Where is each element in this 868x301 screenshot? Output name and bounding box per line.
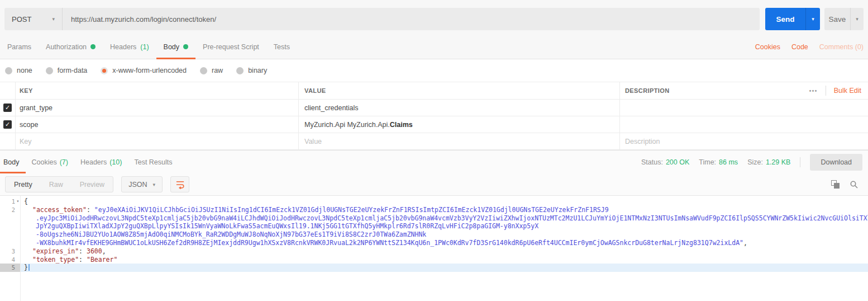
cookies-link[interactable]: Cookies	[755, 43, 780, 51]
method-dropdown[interactable]: POST ▾	[4, 8, 63, 30]
json-string-value: .eyJpc3MiOiJodHRwczovL3NpdC5teXp1cmljaC5…	[36, 214, 868, 222]
value-text-bold: Claims	[390, 121, 413, 129]
mode-x-www-form-urlencoded[interactable]: x-www-form-urlencoded	[101, 67, 187, 74]
json-comma: ,	[102, 247, 106, 255]
tab-headers[interactable]: Headers (1)	[103, 35, 156, 59]
key-column-header: KEY	[16, 82, 299, 99]
mode-binary[interactable]: binary	[236, 67, 267, 74]
mode-raw[interactable]: raw	[200, 67, 223, 74]
response-tab-test-results[interactable]: Test Results	[128, 150, 178, 173]
test-results-label: Test Results	[134, 158, 172, 166]
response-tab-body[interactable]: Body	[0, 150, 26, 173]
response-tab-headers[interactable]: Headers (10)	[74, 150, 128, 173]
key-text: grant_type	[20, 104, 53, 112]
code-line: 1 ▾ {	[0, 197, 868, 206]
viewer-icons	[831, 180, 863, 189]
language-dropdown[interactable]: JSON ▾	[121, 176, 163, 192]
radio-selected-icon[interactable]	[101, 67, 108, 74]
divider	[800, 157, 800, 167]
json-separator: :	[79, 247, 87, 255]
json-string-value: "eyJ0eXAiOiJKV1QiLCJhbGciOiJSUzI1NiIsIng…	[94, 206, 609, 214]
mode-urlencoded-label: x-www-form-urlencoded	[112, 67, 187, 74]
save-button[interactable]: Save ▾	[824, 8, 864, 30]
check-icon: ✓	[5, 121, 10, 128]
description-cell[interactable]: Description	[620, 133, 868, 149]
wrap-lines-button[interactable]	[170, 176, 189, 192]
key-cell[interactable]: Key	[16, 133, 299, 149]
pretty-button[interactable]: Pretty	[6, 177, 41, 192]
download-button[interactable]: Download	[810, 154, 862, 171]
collapse-icon[interactable]: ▾	[15, 197, 21, 206]
key-placeholder: Key	[20, 138, 32, 145]
postman-app: POST ▾ https://uat.myzurich.com/login/co…	[0, 0, 868, 301]
cookies-count-badge: (7)	[60, 158, 68, 166]
code-line-wrap: -8oUgszhe6NiJBU2YUo1AOW8Z85mjAdO0qiNMCMo…	[0, 231, 868, 239]
tab-authorization[interactable]: Authorization	[39, 35, 103, 59]
copy-icon[interactable]	[831, 180, 840, 189]
mode-raw-label: raw	[212, 67, 223, 74]
chevron-down-icon: ▾	[812, 16, 814, 22]
code-link[interactable]: Code	[791, 43, 808, 51]
more-options-icon[interactable]: •••	[809, 88, 818, 94]
tab-headers-label: Headers	[110, 43, 136, 51]
save-options-caret[interactable]: ▾	[850, 8, 864, 30]
json-separator: :	[79, 256, 87, 264]
key-cell[interactable]: scope	[16, 116, 299, 133]
json-key: "access_token"	[32, 206, 87, 214]
bulk-edit-link[interactable]: Bulk Edit	[834, 87, 861, 95]
comments-link[interactable]: Comments (0)	[819, 43, 864, 51]
response-tab-cookies[interactable]: Cookies (7)	[26, 150, 74, 173]
size-value: 1.29 KB	[766, 158, 790, 166]
value-cell[interactable]: Value	[299, 133, 620, 149]
radio-icon[interactable]	[5, 67, 12, 74]
send-options-caret[interactable]: ▾	[805, 8, 820, 30]
table-actions: ••• Bulk Edit	[809, 86, 868, 96]
radio-icon[interactable]	[46, 67, 53, 74]
description-column-header: DESCRIPTION ••• Bulk Edit	[620, 82, 868, 99]
search-icon[interactable]	[850, 180, 859, 189]
request-tabs: Params Authorization Headers (1) Body Pr…	[0, 35, 868, 59]
value-cell[interactable]: client_credentials	[299, 100, 620, 116]
tab-params-label: Params	[7, 43, 31, 51]
tab-body[interactable]: Body	[156, 35, 196, 59]
urlencoded-table: KEY VALUE DESCRIPTION ••• Bulk Edit ✓ gr…	[0, 82, 868, 150]
json-comma: ,	[743, 239, 747, 247]
mode-none[interactable]: none	[5, 67, 32, 74]
response-json-viewer[interactable]: 1 ▾ { 2 "access_token": "eyJ0eXAiOiJKV1Q…	[0, 196, 868, 301]
description-cell[interactable]	[620, 116, 868, 133]
status-badge: Status: 200 OK	[641, 158, 689, 166]
response-bar: Body Cookies (7) Headers (10) Test Resul…	[0, 150, 868, 173]
description-header-label: DESCRIPTION	[625, 87, 670, 94]
mode-form-data[interactable]: form-data	[46, 67, 88, 74]
tab-params[interactable]: Params	[0, 35, 39, 59]
radio-icon[interactable]	[200, 67, 207, 74]
preview-button[interactable]: Preview	[71, 177, 113, 192]
time-label: Time:	[699, 158, 716, 166]
divider	[826, 86, 826, 96]
url-input[interactable]: https://uat.myzurich.com/login/connect/t…	[63, 8, 760, 30]
row-checkbox[interactable]: ✓	[3, 104, 12, 112]
json-key: "token_type"	[32, 256, 79, 264]
json-string-value: -WX8buhkMIr4vfEKHE9GHmBWUC1oLkUSH6Zef2dR…	[36, 239, 743, 247]
url-text: https://uat.myzurich.com/login/connect/t…	[71, 15, 216, 23]
row-checkbox[interactable]: ✓	[3, 120, 12, 129]
key-text: scope	[20, 121, 38, 129]
table-row: ✓ grant_type client_credentials	[0, 100, 868, 116]
radio-icon[interactable]	[236, 67, 244, 74]
tab-tests-label: Tests	[274, 43, 290, 51]
value-placeholder: Value	[304, 138, 322, 145]
value-cell[interactable]: MyZurich.Api MyZurich.Api.Claims	[299, 116, 620, 133]
raw-button[interactable]: Raw	[41, 177, 71, 192]
line-number: 4	[0, 256, 15, 264]
close-brace: }	[24, 264, 28, 271]
description-cell[interactable]	[620, 100, 868, 116]
json-string-value: "Bearer"	[87, 256, 117, 264]
size-label: Size:	[747, 158, 763, 166]
send-button[interactable]: Send ▾	[765, 8, 820, 30]
key-cell[interactable]: grant_type	[16, 100, 299, 116]
tab-pre-request-script[interactable]: Pre-request Script	[195, 35, 266, 59]
table-header-row: KEY VALUE DESCRIPTION ••• Bulk Edit	[0, 82, 868, 100]
send-label: Send	[765, 8, 805, 30]
checkbox-cell: ✓	[0, 100, 16, 116]
tab-tests[interactable]: Tests	[266, 35, 297, 59]
